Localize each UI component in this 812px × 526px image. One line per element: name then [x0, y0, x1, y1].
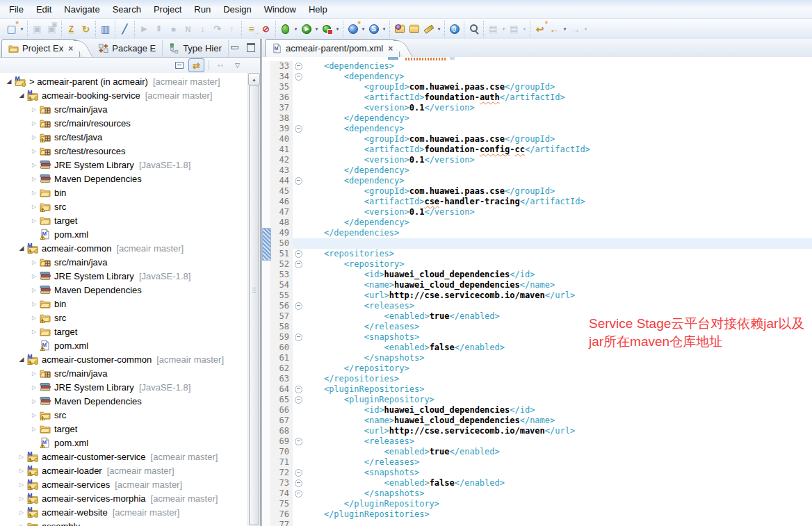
fold-marker[interactable] [295, 125, 302, 133]
focus-on-active-task-icon[interactable]: ●● [213, 59, 228, 72]
code-text[interactable]: </dependencies> [304, 228, 812, 238]
code-text[interactable]: </dependency> [304, 165, 812, 176]
expand-arrow-icon[interactable]: ▷ [29, 120, 39, 126]
fold-marker[interactable] [295, 63, 302, 70]
code-text[interactable]: <enabled>true</enabled> [304, 447, 812, 457]
line-number[interactable]: 47 [270, 207, 293, 217]
tab-project-explorer[interactable]: Project Ex × [1, 39, 80, 57]
open-web-browser-icon[interactable] [448, 22, 461, 35]
code-text[interactable]: <releases> [304, 301, 812, 311]
collapse-arrow-icon[interactable]: ◢ [17, 245, 26, 252]
marker-bar-cell[interactable] [262, 197, 270, 207]
expand-arrow-icon[interactable]: ▷ [17, 468, 26, 474]
marker-bar-cell[interactable] [262, 468, 270, 478]
marker-bar-cell[interactable] [262, 82, 270, 92]
code-text[interactable]: <id>huawei_cloud_dependencies</id> [304, 270, 812, 280]
line-number[interactable]: 69 [270, 436, 293, 447]
marker-bar-cell[interactable] [262, 270, 270, 280]
marker-bar-cell[interactable] [262, 311, 270, 322]
expand-arrow-icon[interactable]: ▷ [29, 384, 39, 391]
tree-item[interactable]: ▷src/main/java [0, 366, 248, 380]
code-text[interactable]: </repository> [304, 363, 812, 374]
line-number[interactable]: 77 [270, 520, 293, 526]
line-number[interactable]: 66 [270, 405, 293, 416]
tree-item[interactable]: ◢> acmeair-parent (in acmeair)[acmeair m… [0, 74, 248, 88]
collapse-arrow-icon[interactable]: ◢ [17, 92, 26, 99]
new-server-icon[interactable] [367, 22, 380, 35]
expand-arrow-icon[interactable]: ▷ [17, 454, 26, 460]
collapse-arrow-icon[interactable]: ◢ [4, 78, 14, 85]
fold-marker[interactable] [295, 469, 302, 477]
marker-bar-cell[interactable] [262, 478, 270, 488]
code-text[interactable]: <artifactId>cse-handler-tracing</artifac… [304, 197, 812, 207]
last-edit-location-icon[interactable] [533, 22, 546, 35]
fold-marker[interactable] [295, 250, 302, 258]
fold-marker[interactable] [295, 177, 302, 185]
marker-bar-cell[interactable] [262, 332, 270, 343]
marker-bar-cell[interactable] [262, 155, 270, 165]
maximize-view-button[interactable] [245, 42, 256, 52]
code-text[interactable]: <snapshots> [304, 468, 812, 478]
line-number[interactable]: 58 [270, 322, 293, 332]
tree-item[interactable]: ▷acmeair-customer-service[acmeair master… [0, 450, 248, 463]
line-number[interactable]: 35 [270, 82, 293, 92]
tree-item[interactable]: ▷acmeair-services-morphia[acmeair master… [0, 491, 248, 505]
tree-item[interactable]: pom.xml [0, 436, 248, 450]
tree-item[interactable]: ▷bin [0, 186, 248, 199]
scrollbar-thumb[interactable] [249, 85, 259, 525]
run-dropdown[interactable]: ▾ [314, 26, 320, 32]
marker-bar-cell[interactable] [262, 457, 270, 468]
line-number[interactable]: 72 [270, 468, 293, 478]
code-text[interactable]: <dependency> [304, 72, 812, 82]
search-icon[interactable] [467, 22, 480, 35]
fold-marker[interactable] [295, 73, 302, 81]
link-with-editor-icon[interactable]: ⇄ [188, 58, 204, 72]
line-number[interactable]: 61 [270, 353, 293, 363]
code-text[interactable]: <enabled>false</enabled> [304, 478, 812, 488]
code-text[interactable]: <name>huawei_cloud_dependencies</name> [304, 280, 812, 290]
marker-bar-cell[interactable] [262, 186, 270, 197]
run-external-tools-dropdown[interactable]: ▾ [334, 26, 341, 32]
code-text[interactable]: </repositories> [304, 374, 812, 384]
run-icon[interactable] [300, 22, 313, 35]
tree-item[interactable]: ▷src/main/resources [0, 116, 248, 130]
code-text[interactable] [304, 238, 812, 249]
marker-bar-cell[interactable] [262, 301, 270, 311]
tree-item[interactable]: ▷target [0, 422, 248, 436]
code-text[interactable]: </dependency> [304, 217, 812, 228]
back-dropdown[interactable]: ▾ [562, 26, 568, 32]
line-number[interactable]: 63 [270, 374, 293, 384]
line-number[interactable]: 44 [270, 176, 293, 186]
code-text[interactable]: </pluginRepositories> [304, 509, 812, 520]
fold-marker[interactable] [295, 396, 302, 404]
marker-bar-cell[interactable] [262, 322, 270, 332]
expand-arrow-icon[interactable]: ▷ [29, 204, 39, 210]
marker-bar-cell[interactable] [262, 520, 270, 526]
line-number[interactable]: 51 [270, 249, 293, 259]
tree-item[interactable]: ▷target [0, 324, 248, 338]
tree-item[interactable]: ▷src/test/resources [0, 144, 248, 158]
code-text[interactable]: <dependencies> [304, 61, 812, 72]
fold-marker[interactable] [295, 438, 302, 445]
collapse-arrow-icon[interactable]: ◢ [17, 356, 26, 363]
line-number[interactable]: 49 [270, 228, 293, 238]
back-icon[interactable] [548, 22, 561, 35]
run-external-tools-icon[interactable] [320, 22, 334, 35]
mark-occurrences-icon[interactable] [118, 22, 131, 35]
tree-item[interactable]: ▷acmeair-website[acmeair master] [0, 505, 248, 519]
annotate-dropdown[interactable]: ▾ [436, 26, 442, 32]
expand-arrow-icon[interactable]: ▷ [29, 301, 39, 307]
line-number[interactable]: 62 [270, 363, 293, 374]
menu-run[interactable]: Run [188, 2, 217, 17]
code-area[interactable]: 33 <dependencies>34 <dependency>35 <grou… [262, 61, 812, 526]
tree-item[interactable]: ▷JRE System Library[JavaSE-1.8] [0, 158, 248, 172]
line-number[interactable]: 37 [270, 103, 293, 113]
tree-item[interactable]: pom.xml [0, 338, 248, 352]
line-number[interactable]: 64 [270, 384, 293, 395]
marker-bar-cell[interactable] [262, 343, 270, 353]
marker-bar-cell[interactable] [262, 207, 270, 217]
expand-arrow-icon[interactable]: ▷ [29, 287, 39, 293]
fold-marker[interactable] [295, 261, 302, 268]
tree-item[interactable]: ▷target [0, 213, 248, 227]
expand-arrow-icon[interactable]: ▷ [17, 495, 26, 502]
